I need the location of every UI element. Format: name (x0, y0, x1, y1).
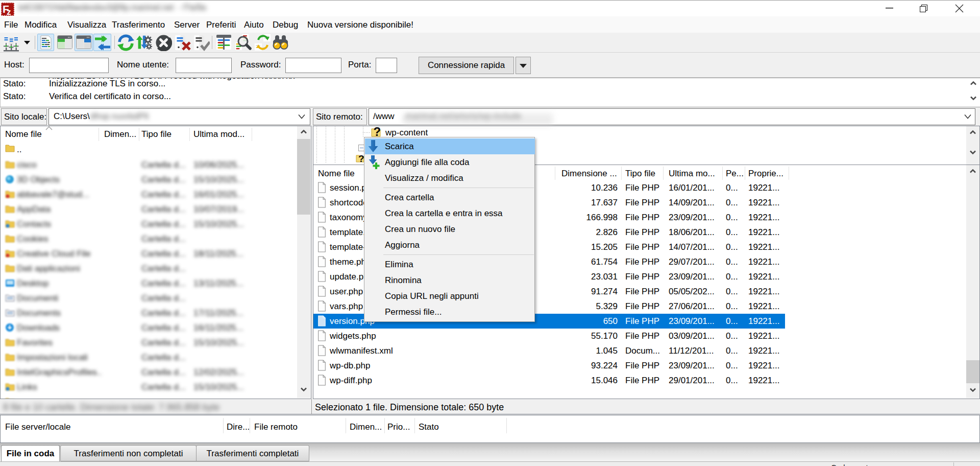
svg-text:z: z (7, 7, 11, 16)
svg-text:?: ? (358, 154, 364, 163)
svg-text:?: ? (374, 127, 381, 137)
